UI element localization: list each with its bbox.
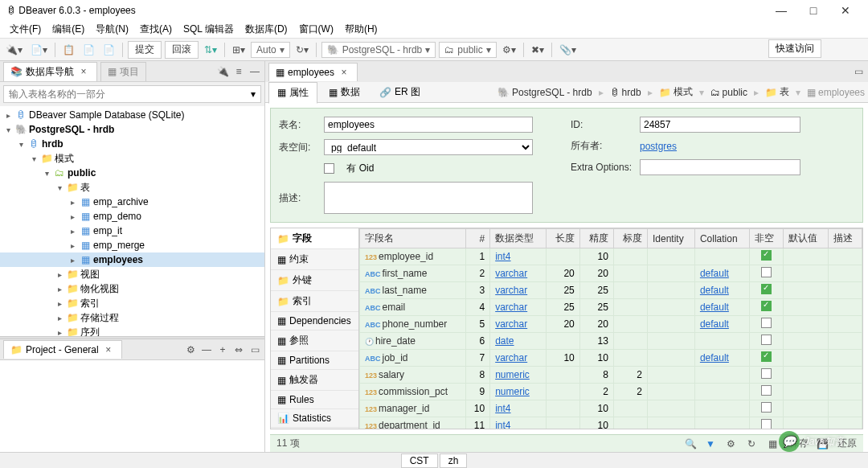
tree-item[interactable]: 索引 xyxy=(80,297,100,310)
col-name[interactable]: 字段名 xyxy=(360,229,466,248)
expand-icon[interactable]: ▸ xyxy=(55,270,64,279)
dropdown-icon[interactable]: ▾ xyxy=(251,88,256,100)
menu-navigate[interactable]: 导航(N) xyxy=(91,21,133,38)
new-sql-icon[interactable]: 📄▾ xyxy=(28,41,50,59)
minimize-icon[interactable]: ▭ xyxy=(852,65,865,78)
close-icon[interactable]: × xyxy=(102,343,115,356)
tree-item[interactable]: emp_merge xyxy=(93,240,145,251)
breadcrumb-schema[interactable]: 🗂 public xyxy=(710,87,747,98)
collapse-icon[interactable]: ▾ xyxy=(16,140,26,149)
toolbar-icon[interactable]: ✖▾ xyxy=(529,41,547,59)
side-item-partitions[interactable]: ▦ Partitions xyxy=(271,351,358,370)
rollback-button[interactable]: 回滚 xyxy=(165,41,199,59)
tree-item[interactable]: hrdb xyxy=(42,138,63,150)
plus-icon[interactable]: + xyxy=(216,343,229,356)
expand-icon[interactable]: ▸ xyxy=(55,299,64,308)
collation-link[interactable]: default xyxy=(700,352,729,363)
notnull-checkbox[interactable] xyxy=(761,301,772,311)
tree-item[interactable]: 物化视图 xyxy=(80,282,119,296)
toolbar-icon[interactable]: 📄 xyxy=(80,41,97,59)
side-item-deps[interactable]: ▦ Dependencies xyxy=(271,312,358,330)
table-row[interactable]: ABCphone_number5varchar2020default xyxy=(360,316,862,333)
collapse-icon[interactable]: ▾ xyxy=(42,169,51,178)
toolbar-icon[interactable]: 📋 xyxy=(60,41,77,59)
collapse-icon[interactable]: ▾ xyxy=(3,125,13,134)
breadcrumb-db[interactable]: 🛢 hrdb xyxy=(610,87,641,98)
col-precision[interactable]: 精度 xyxy=(579,229,613,248)
breadcrumb-table[interactable]: ▦ employees xyxy=(807,87,865,98)
side-item-rules[interactable]: ▦ Rules xyxy=(271,391,358,409)
menu-database[interactable]: 数据库(D) xyxy=(240,21,293,38)
columns-grid[interactable]: 字段名 # 数据类型 长度 精度 标度 Identity Collation 非… xyxy=(359,228,862,429)
notnull-checkbox[interactable] xyxy=(761,267,772,277)
connection-select[interactable]: 🐘 PostgreSQL - hrdb ▾ xyxy=(321,42,436,58)
search-input[interactable] xyxy=(9,88,251,100)
notnull-checkbox[interactable] xyxy=(761,402,772,413)
col-index[interactable]: # xyxy=(466,229,490,248)
side-item-constraints[interactable]: ▦ 约束 xyxy=(271,249,358,270)
col-collation[interactable]: Collation xyxy=(694,229,749,248)
subtab-data[interactable]: ▦ 数据 xyxy=(321,82,368,102)
tree-item[interactable]: 表 xyxy=(80,181,90,195)
notnull-checkbox[interactable] xyxy=(761,318,772,328)
notnull-checkbox[interactable] xyxy=(761,385,772,396)
tab-project-general[interactable]: 📁 Project - General × xyxy=(3,340,122,359)
commit-button[interactable]: 提交 xyxy=(128,41,162,59)
menu-search[interactable]: 查找(A) xyxy=(135,21,177,38)
collation-link[interactable]: default xyxy=(700,318,729,330)
settings-icon[interactable]: ⚙ xyxy=(184,343,197,356)
col-desc[interactable]: 描述 xyxy=(828,229,862,248)
breadcrumb-conn[interactable]: 🐘 PostgreSQL - hrdb xyxy=(497,87,592,98)
side-item-columns[interactable]: 📁 字段 xyxy=(271,228,358,249)
col-identity[interactable]: Identity xyxy=(648,229,695,248)
subtab-er[interactable]: 🔗 ER 图 xyxy=(371,82,428,102)
expand-icon[interactable]: ▸ xyxy=(68,256,77,265)
menu-help[interactable]: 帮助(H) xyxy=(340,21,383,38)
table-row[interactable]: 🕐hire_date6date13 xyxy=(360,333,862,350)
tree-item[interactable]: 模式 xyxy=(55,152,74,166)
new-connection-icon[interactable]: 🔌▾ xyxy=(3,41,25,59)
expand-icon[interactable]: ▸ xyxy=(68,212,77,221)
maximize-button[interactable]: □ xyxy=(797,4,829,17)
tree-item[interactable]: 存储过程 xyxy=(80,311,119,325)
datatype-link[interactable]: varchar xyxy=(495,352,527,363)
col-default[interactable]: 默认值 xyxy=(783,229,828,248)
table-name-field[interactable] xyxy=(324,117,533,133)
breadcrumb-schemas[interactable]: 📁 模式 xyxy=(659,85,693,99)
expand-icon[interactable]: ▸ xyxy=(55,285,64,294)
expand-icon[interactable]: ▸ xyxy=(68,227,77,236)
table-row[interactable]: 123salary8numeric82 xyxy=(360,367,862,384)
datatype-link[interactable]: int4 xyxy=(495,251,510,262)
minimize-icon[interactable]: — xyxy=(248,65,261,78)
side-item-refs[interactable]: ▦ 参照 xyxy=(271,330,358,351)
datatype-link[interactable]: numeric xyxy=(495,386,530,397)
search-icon[interactable]: 🔍 xyxy=(685,438,698,450)
notnull-checkbox[interactable] xyxy=(761,335,772,345)
tablespace-select[interactable]: pg_default xyxy=(324,139,533,155)
toolbar-icon[interactable]: ≡ xyxy=(232,65,245,78)
tree-item[interactable]: DBeaver Sample Database (SQLite) xyxy=(29,109,184,121)
expand-icon[interactable]: ▸ xyxy=(68,198,77,207)
side-item-stats[interactable]: 📊 Statistics xyxy=(271,409,358,428)
toolbar-icon[interactable]: 📄 xyxy=(100,41,117,59)
menu-file[interactable]: 文件(F) xyxy=(5,21,46,38)
editor-tab-employees[interactable]: ▦ employees × xyxy=(268,63,358,81)
menu-edit[interactable]: 编辑(E) xyxy=(47,21,89,38)
col-length[interactable]: 长度 xyxy=(546,229,579,248)
toolbar-icon[interactable]: ⚙▾ xyxy=(500,41,518,59)
tree-item[interactable]: 视图 xyxy=(80,268,100,281)
expand-icon[interactable]: ▸ xyxy=(55,328,64,337)
tree-item[interactable]: emp_archive xyxy=(93,196,149,207)
owner-link[interactable]: postgres xyxy=(640,141,677,152)
minus-icon[interactable]: — xyxy=(200,343,213,356)
datatype-link[interactable]: int4 xyxy=(495,403,510,414)
close-button[interactable]: ✕ xyxy=(829,4,862,17)
datatype-link[interactable]: varchar xyxy=(495,302,527,313)
menu-window[interactable]: 窗口(W) xyxy=(294,21,338,38)
menu-sql[interactable]: SQL 编辑器 xyxy=(178,21,239,38)
schema-select[interactable]: 🗂 public ▾ xyxy=(439,42,496,58)
table-row[interactable]: ABClast_name3varchar2525default xyxy=(360,282,862,299)
table-row[interactable]: 123manager_id10int410 xyxy=(360,400,862,417)
tree-item[interactable]: public xyxy=(68,167,96,179)
col-type[interactable]: 数据类型 xyxy=(490,229,546,248)
